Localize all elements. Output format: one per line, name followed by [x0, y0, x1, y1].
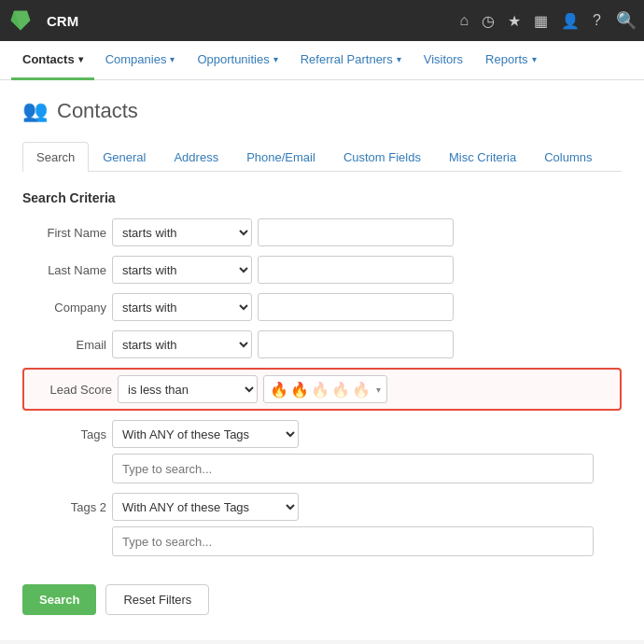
nav-visitors[interactable]: Visitors — [413, 41, 474, 80]
tab-address[interactable]: Address — [160, 142, 232, 172]
email-row: Email starts with contains is — [22, 330, 622, 358]
grid-icon[interactable]: ▦ — [534, 12, 548, 30]
nav-contacts[interactable]: Contacts ▾ — [11, 41, 94, 80]
company-row: Company starts with contains is — [22, 293, 622, 321]
email-input[interactable] — [258, 330, 454, 358]
tags2-search-input[interactable] — [112, 526, 594, 556]
first-name-input[interactable] — [258, 218, 454, 246]
global-search-button[interactable]: 🔍 — [616, 10, 637, 31]
tags-search-input[interactable] — [112, 454, 594, 483]
nav-opportunities[interactable]: Opportunities ▾ — [186, 41, 288, 80]
tags-operator[interactable]: With ANY of these Tags With ALL of these… — [112, 420, 299, 448]
help-icon[interactable]: ? — [593, 12, 601, 29]
tags2-row: Tags 2 With ANY of these Tags With ALL o… — [22, 493, 622, 521]
first-name-label: First Name — [22, 226, 106, 240]
content-area: 👥 Contacts Search General Address Phone/… — [0, 80, 644, 640]
last-name-label: Last Name — [22, 263, 106, 277]
last-name-row: Last Name starts with contains is — [22, 256, 622, 284]
tab-general[interactable]: General — [89, 142, 160, 172]
first-name-operator[interactable]: starts with contains is is not is empty — [112, 218, 252, 246]
section-title: Search Criteria — [22, 190, 622, 205]
tags2-operator[interactable]: With ANY of these Tags With ALL of these… — [112, 493, 299, 521]
reports-caret: ▾ — [532, 54, 537, 64]
tags2-search-wrapper — [22, 526, 622, 566]
tags-search-wrapper — [22, 454, 622, 493]
flame-5[interactable]: 🔥 — [352, 381, 371, 399]
flame-4[interactable]: 🔥 — [331, 381, 350, 399]
page-title: Contacts — [57, 99, 138, 123]
nav-companies[interactable]: Companies ▾ — [94, 41, 187, 80]
button-row: Search Reset Filters — [22, 584, 622, 615]
flame-2[interactable]: 🔥 — [290, 381, 309, 399]
clock-icon[interactable]: ◷ — [482, 12, 495, 30]
companies-caret: ▾ — [170, 54, 175, 64]
home-icon[interactable]: ⌂ — [459, 12, 469, 29]
tags-label: Tags — [22, 427, 106, 441]
referral-partners-caret: ▾ — [397, 54, 401, 64]
tab-columns[interactable]: Columns — [530, 142, 606, 172]
page-title-area: 👥 Contacts — [22, 99, 622, 123]
nav-reports[interactable]: Reports ▾ — [474, 41, 548, 80]
reset-filters-button[interactable]: Reset Filters — [105, 584, 209, 615]
search-button[interactable]: Search — [22, 584, 96, 615]
user-icon[interactable]: 👤 — [561, 12, 580, 30]
lead-score-flame-selector[interactable]: 🔥 🔥 🔥 🔥 🔥 ▾ — [263, 375, 387, 403]
email-operator[interactable]: starts with contains is — [112, 330, 252, 358]
company-input[interactable] — [258, 293, 454, 321]
contacts-icon: 👥 — [22, 99, 48, 123]
flame-1[interactable]: 🔥 — [270, 381, 288, 399]
lead-score-label: Lead Score — [28, 383, 112, 397]
flame-3[interactable]: 🔥 — [311, 381, 329, 399]
flame-dropdown-arrow: ▾ — [376, 385, 381, 395]
tabs-bar: Search General Address Phone/Email Custo… — [22, 142, 622, 172]
main-nav: Contacts ▾ Companies ▾ Opportunities ▾ R… — [0, 41, 644, 80]
lead-score-operator[interactable]: is less than is greater than is equal to — [118, 375, 258, 403]
app-name: CRM — [41, 13, 78, 29]
star-icon[interactable]: ★ — [508, 12, 521, 30]
nav-referral-partners[interactable]: Referral Partners ▾ — [289, 41, 413, 80]
tags2-label: Tags 2 — [22, 500, 106, 514]
top-bar-icons: ⌂ ◷ ★ ▦ 👤 ? — [459, 12, 601, 30]
company-operator[interactable]: starts with contains is — [112, 293, 252, 321]
last-name-input[interactable] — [258, 256, 454, 284]
top-bar: CRM ⌂ ◷ ★ ▦ 👤 ? 🔍 — [0, 0, 644, 41]
last-name-operator[interactable]: starts with contains is — [112, 256, 252, 284]
email-label: Email — [22, 338, 106, 352]
tags-row: Tags With ANY of these Tags With ALL of … — [22, 420, 622, 448]
opportunities-caret: ▾ — [273, 54, 278, 64]
tab-custom-fields[interactable]: Custom Fields — [329, 142, 435, 172]
contacts-caret: ▾ — [78, 54, 83, 64]
first-name-row: First Name starts with contains is is no… — [22, 218, 622, 246]
tab-phone-email[interactable]: Phone/Email — [232, 142, 329, 172]
lead-score-row: Lead Score is less than is greater than … — [22, 368, 622, 411]
tab-search[interactable]: Search — [22, 142, 89, 172]
app-logo[interactable] — [7, 7, 34, 34]
tab-misc-criteria[interactable]: Misc Criteria — [435, 142, 530, 172]
company-label: Company — [22, 301, 106, 315]
